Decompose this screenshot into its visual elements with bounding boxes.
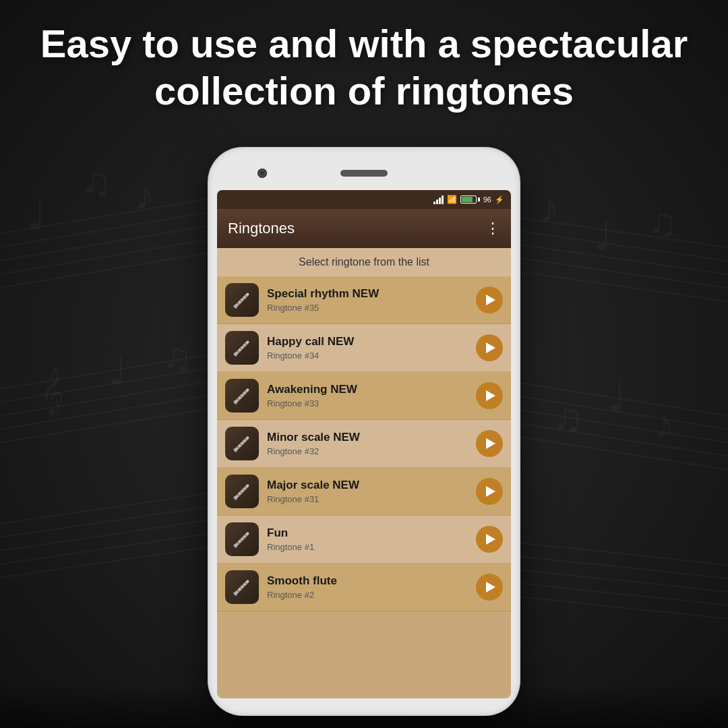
header-line1: Easy to use and with a spectacular [27,20,701,67]
play-triangle-icon [486,582,495,593]
svg-line-20 [485,377,728,418]
svg-rect-42 [235,293,250,308]
ringtone-info: Happy call NEW Ringtone #34 [267,335,468,361]
play-button[interactable] [476,526,503,553]
svg-text:♩: ♩ [108,348,127,393]
svg-line-7 [0,377,236,418]
ringtone-info: Major scale NEW Ringtone #31 [267,479,468,504]
ringtone-number: Ringtone #32 [267,446,468,456]
ringtone-item[interactable]: Major scale NEW Ringtone #31 [217,468,511,516]
ringtone-name: Minor scale NEW [267,431,468,444]
svg-line-25 [485,539,728,566]
charging-icon: ⚡ [495,195,504,204]
phone-body: 📶 96 ⚡ Ringtones ⋮ Select ringtone [209,148,519,715]
play-triangle-icon [486,390,495,401]
ringtone-info: Awakening NEW Ringtone #33 [267,383,468,408]
ringtone-item[interactable]: Awakening NEW Ringtone #33 [217,372,511,420]
ringtone-icon [225,379,259,413]
ringtone-list: Special rhythm NEW Ringtone #35 [217,276,511,611]
svg-rect-49 [235,340,250,356]
svg-line-14 [0,546,216,580]
battery-indicator [460,195,480,204]
svg-text:♫: ♫ [553,396,583,440]
ringtone-item[interactable]: Fun Ringtone #1 [217,516,511,564]
ringtone-item[interactable]: Special rhythm NEW Ringtone #35 [217,276,511,324]
list-subtitle: Select ringtone from the list [217,248,511,276]
ringtone-number: Ringtone #2 [267,590,468,600]
phone-mockup: 📶 96 ⚡ Ringtones ⋮ Select ringtone [209,148,519,715]
ringtone-info: Minor scale NEW Ringtone #32 [267,431,468,456]
ringtone-number: Ringtone #33 [267,398,468,408]
play-button[interactable] [476,382,503,409]
svg-text:♫: ♫ [162,335,192,380]
svg-text:♪: ♪ [539,187,559,231]
ringtone-name: Smooth flute [267,574,468,588]
svg-text:♫: ♫ [81,160,111,204]
phone-screen: 📶 96 ⚡ Ringtones ⋮ Select ringtone [217,190,511,698]
ringtone-icon [225,522,259,556]
ringtone-name: Fun [267,526,468,540]
play-button[interactable] [476,286,503,313]
battery-percent: 96 [483,195,491,204]
play-triangle-icon [486,486,495,497]
play-button[interactable] [476,334,503,361]
svg-rect-84 [235,580,250,595]
play-triangle-icon [486,295,495,305]
signal-bar-3 [439,198,441,204]
header-line2: collection of ringtones [27,67,701,115]
svg-rect-64 [235,436,249,450]
svg-line-29 [485,593,728,620]
signal-bar-2 [436,200,438,204]
signal-bar-1 [433,202,435,204]
svg-line-12 [0,519,216,553]
ringtone-item[interactable]: Happy call NEW Ringtone #34 [217,324,511,372]
header-text: Easy to use and with a spectacular colle… [0,20,728,114]
play-triangle-icon [486,342,495,353]
phone-top [217,156,511,190]
svg-rect-56 [235,388,250,404]
ringtone-info: Special rhythm NEW Ringtone #35 [267,287,468,313]
play-button[interactable] [476,478,503,505]
svg-text:♩: ♩ [593,214,612,258]
svg-rect-78 [235,532,249,546]
svg-text:𝄞: 𝄞 [40,368,64,417]
battery-body [460,195,477,204]
ringtone-item[interactable]: Minor scale NEW Ringtone #32 [217,420,511,468]
ringtone-icon [225,283,259,317]
ringtone-number: Ringtone #35 [267,303,468,313]
play-triangle-icon [486,438,495,449]
svg-text:♪: ♪ [135,173,155,218]
ringtone-name: Happy call NEW [267,335,468,348]
ringtone-number: Ringtone #31 [267,494,468,504]
signal-bar-4 [442,195,444,204]
ringtone-name: Special rhythm NEW [267,287,468,301]
ringtone-icon [225,427,259,460]
play-button[interactable] [476,574,503,601]
status-icons: 📶 96 ⚡ [433,195,504,204]
overflow-menu-button[interactable]: ⋮ [485,220,500,237]
svg-line-8 [0,391,236,431]
svg-rect-43 [235,293,249,307]
phone-camera [257,169,267,178]
svg-line-5 [0,351,236,391]
svg-rect-57 [235,388,249,402]
ringtone-icon [225,475,259,508]
svg-text:♩: ♩ [607,375,626,420]
ringtone-name: Awakening NEW [267,383,468,396]
play-triangle-icon [486,534,495,545]
play-button[interactable] [476,430,503,457]
battery-fill [462,197,473,202]
svg-rect-77 [235,532,250,547]
svg-rect-63 [235,436,250,452]
svg-text:♫: ♫ [647,200,677,245]
svg-line-28 [485,580,728,607]
svg-line-22 [485,404,728,445]
ringtone-item[interactable]: Smooth flute Ringtone #2 [217,564,511,611]
svg-rect-70 [235,484,250,499]
phone-speaker [340,170,388,177]
svg-line-24 [485,431,728,472]
svg-rect-71 [235,484,249,498]
ringtone-icon [225,570,259,604]
svg-text:♩: ♩ [27,193,46,238]
svg-line-11 [0,506,216,539]
